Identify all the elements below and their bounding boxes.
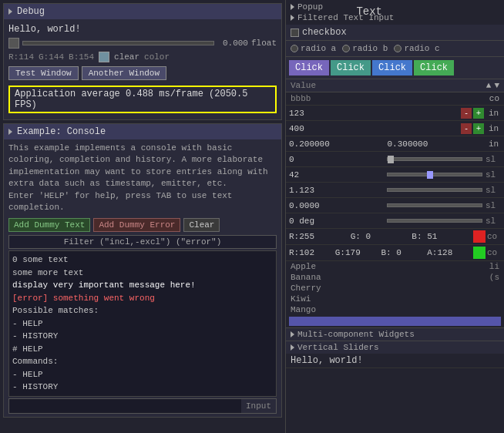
filtered-text-item[interactable]: Filtered Text Input xyxy=(291,12,499,23)
click-button-4[interactable]: Click xyxy=(414,60,454,76)
add-dummy-error-button[interactable]: Add Dummy Error xyxy=(93,218,180,232)
slider-row-2: 42 sl xyxy=(286,167,504,183)
rp-slider-1[interactable] xyxy=(387,157,483,161)
color-row: R:114 G:144 B:154 clear color xyxy=(8,50,277,64)
progress-row xyxy=(286,315,504,327)
rp-top-items: Popup Filtered Text Input xyxy=(286,0,504,25)
right-panel: Text Popup Filtered Text Input checkbox … xyxy=(285,0,504,433)
radio-a-circle[interactable] xyxy=(291,45,298,52)
rp-slider-4[interactable] xyxy=(387,203,483,207)
slider-thumb-2[interactable] xyxy=(427,171,433,179)
radio-b-circle[interactable] xyxy=(342,45,350,52)
rp-slider-2[interactable] xyxy=(387,173,483,176)
multi-arrow-icon xyxy=(291,331,294,337)
plus-button-1[interactable]: + xyxy=(473,108,484,119)
click-button-3[interactable]: Click xyxy=(372,60,412,76)
click-button-1[interactable]: Click xyxy=(289,60,329,76)
multi-component-label: Multi-component Widgets xyxy=(297,330,415,339)
co-label-1: co xyxy=(486,232,501,241)
minus-button-1[interactable]: - xyxy=(461,108,472,119)
output-error-line: [error] something went wrong xyxy=(12,292,273,305)
list-item-cherry[interactable]: Cherry xyxy=(286,283,504,294)
slider-row-3: 1.123 sl xyxy=(286,183,504,198)
debug-title: Debug xyxy=(17,6,45,17)
r-val-2: R:102 xyxy=(289,248,335,257)
add-dummy-text-button[interactable]: Add Dummy Text xyxy=(8,218,90,232)
radio-b-label: radio b xyxy=(352,44,388,53)
co-label: co xyxy=(489,94,499,103)
minus-button-2[interactable]: - xyxy=(461,123,472,134)
scroll-arrow-down[interactable]: ▼ xyxy=(494,81,499,90)
b-val-2: B: 0 xyxy=(381,248,428,257)
value-2: 0.300000 xyxy=(388,139,486,149)
bbbb-row: bbbb co xyxy=(286,92,504,106)
console-description: This example implements a console with b… xyxy=(8,143,277,216)
vertical-sliders-header[interactable]: Vertical Sliders xyxy=(286,341,504,354)
radio-c-label: radio c xyxy=(404,44,439,53)
hello-world-right: Hello, world! xyxy=(286,354,504,368)
checkbox-item[interactable]: checkbox xyxy=(291,27,499,38)
list-item-mango[interactable]: Mango xyxy=(286,304,504,315)
radio-c-item[interactable]: radio c xyxy=(394,44,439,53)
rp-slider-5[interactable] xyxy=(387,219,483,223)
list-item-kiwi[interactable]: Kiwi xyxy=(286,294,504,304)
sl-label-3: sl xyxy=(486,186,501,195)
output-line: - HELP xyxy=(12,317,273,331)
output-line: Commands: xyxy=(12,355,273,368)
output-line: Possible matches: xyxy=(12,304,273,317)
console-input[interactable] xyxy=(9,399,241,413)
vertical-sliders-label: Vertical Sliders xyxy=(297,343,379,352)
list-item-apple[interactable]: Apple li xyxy=(286,261,504,272)
window-btn-row: Test Window Another Window xyxy=(8,64,277,82)
test-window-button[interactable]: Test Window xyxy=(8,66,79,80)
radio-b-item[interactable]: radio b xyxy=(342,44,388,53)
color-swatch-red[interactable] xyxy=(473,230,486,243)
float-slider-track[interactable] xyxy=(22,41,214,45)
in-label-1: in xyxy=(486,109,501,118)
number-value-2: 400 xyxy=(289,124,461,133)
checkbox-square[interactable] xyxy=(291,29,299,37)
popup-item[interactable]: Popup xyxy=(291,2,499,12)
rp-slider-3[interactable] xyxy=(387,188,483,192)
perf-container: Application average 0.488 ms/frame (2050… xyxy=(8,82,277,116)
console-header[interactable]: Example: Console xyxy=(4,124,281,139)
b-val-1: B: 51 xyxy=(412,232,473,241)
perf-text: Application average 0.488 ms/frame (2050… xyxy=(8,86,277,113)
a-val-2: A:128 xyxy=(427,248,473,257)
in-label-3: in xyxy=(486,139,501,149)
color-swatch-green[interactable] xyxy=(473,247,486,259)
slider-handle[interactable] xyxy=(8,38,19,49)
slider-row-4: 0.0000 sl xyxy=(286,198,504,213)
another-window-button[interactable]: Another Window xyxy=(82,66,166,80)
slider-thumb-1[interactable] xyxy=(388,156,394,163)
slider-row-5: 0 deg sl xyxy=(286,213,504,229)
g-label: G:144 xyxy=(39,52,64,62)
number-value-1: 123 xyxy=(289,109,461,118)
list-item-banana[interactable]: Banana (s xyxy=(286,272,504,283)
output-line: - HISTORY xyxy=(12,330,273,343)
click-button-2[interactable]: Click xyxy=(331,60,371,76)
input-label: Input xyxy=(241,401,276,411)
list-container: Apple li Banana (s Cherry Kiwi Mango xyxy=(286,261,504,327)
slider-val-1: 0 xyxy=(289,155,384,164)
plus-button-2[interactable]: + xyxy=(473,123,484,134)
output-line: # HELP xyxy=(12,343,273,356)
popup-arrow-icon xyxy=(291,4,294,10)
sl-label-4: sl xyxy=(486,201,501,210)
color-preview[interactable] xyxy=(99,52,109,62)
sl-label-5: sl xyxy=(486,216,501,226)
radio-a-item[interactable]: radio a xyxy=(291,44,336,53)
output-line: some more text xyxy=(12,267,273,280)
number-controls-1: - + in xyxy=(461,108,501,119)
g-val-1: G: 0 xyxy=(351,232,412,241)
radio-c-circle[interactable] xyxy=(394,45,402,52)
scroll-arrow-up[interactable]: ▲ xyxy=(486,81,492,90)
debug-header[interactable]: Debug xyxy=(4,4,281,19)
debug-hello: Hello, world! xyxy=(8,22,277,36)
filter-bar[interactable]: Filter ("incl,-excl") ("error") xyxy=(8,235,277,249)
output-line: - HISTORY xyxy=(12,381,273,394)
multi-component-header[interactable]: Multi-component Widgets xyxy=(286,327,504,341)
number-row-1: 123 - + in xyxy=(286,106,504,121)
slider-val-2: 42 xyxy=(289,170,384,180)
clear-button[interactable]: Clear xyxy=(183,218,220,232)
